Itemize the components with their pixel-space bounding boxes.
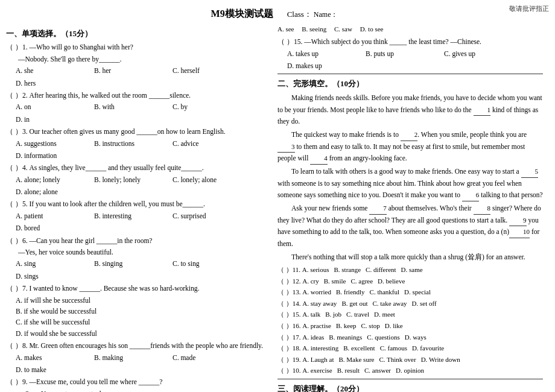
opt-f16b: B. keep xyxy=(336,322,357,329)
blank-6: 6 xyxy=(462,189,480,201)
blank-10: 10 xyxy=(509,226,530,238)
opt-f14b: B. get out xyxy=(341,300,367,307)
opt-f15c: C. travel xyxy=(346,311,369,318)
blank-9: 9 xyxy=(509,215,527,227)
blank-2: 2 xyxy=(401,129,418,141)
fill-para-3: To learn to talk with others is a good w… xyxy=(278,166,543,201)
fill-q19: （ ）19. A. Laugh atB. Make sureC. Think o… xyxy=(278,355,543,365)
opt-4b: B. lonely; lonely xyxy=(94,174,166,185)
blank-1: 1 xyxy=(474,104,491,116)
question-3: （ ）3. Our teacher often gives us many go… xyxy=(6,126,271,161)
fill-mcq-block: （ ）11. A. seriousB. strangeC. differentD… xyxy=(278,265,543,376)
opt-1b: B. her xyxy=(94,65,166,76)
opt-f17d: D. ways xyxy=(405,334,427,341)
opt-f18d: D. favourite xyxy=(412,344,444,352)
opt-1d: D. hers xyxy=(16,78,88,89)
section-divider-1 xyxy=(278,74,543,74)
fill-blank-section: Making friends needs skills. Before you … xyxy=(278,92,543,263)
opt-14c: C. saw xyxy=(334,25,352,33)
opt-f14c: C. take away xyxy=(372,300,407,307)
opt-5b: B. interesting xyxy=(94,210,166,221)
opt-f19b: B. Make sure xyxy=(338,356,374,363)
opt-7d: D. if would she be successful xyxy=(16,328,271,339)
fill-q12: （ ）12. A. cryB. smileC. agreeD. believe xyxy=(278,276,543,287)
question-9: （ ）9. —Excuse me, could you tell me wher… xyxy=(6,376,271,392)
question-7: （ ）7. I wanted to know ______. Because s… xyxy=(6,283,271,339)
right-column: A. see B. seeing C. saw D. to see （ ）15.… xyxy=(278,24,543,392)
opt-8b: B. making xyxy=(94,352,166,363)
opt-4a: A. alone; lonely xyxy=(16,174,88,185)
opt-7b: B. if she would be successful xyxy=(16,306,271,317)
opt-2a: A. on xyxy=(16,101,88,112)
opt-15c: C. gives up xyxy=(444,48,516,59)
opt-f15b: B. job xyxy=(325,311,341,318)
opt-f18b: B. excellent xyxy=(343,344,375,352)
opt-f17b: B. meanings xyxy=(329,334,362,341)
q14-options: A. see B. seeing C. saw D. to see xyxy=(278,24,543,35)
opt-f12c: C. agree xyxy=(350,277,373,285)
opt-6a: A. sing xyxy=(16,258,88,269)
opt-15d: D. makes up xyxy=(287,60,360,71)
opt-f20c: C. answer xyxy=(364,367,391,374)
opt-6b: B. singing xyxy=(94,258,166,269)
question-5: （ ）5. If you want to look after the chil… xyxy=(6,198,271,233)
question-2: （ ）2. After hearing this, he walked out … xyxy=(6,90,271,125)
opt-f11d: D. same xyxy=(401,266,423,273)
fill-q16: （ ）16. A. practiseB. keepC. stopD. like xyxy=(278,321,543,332)
opt-f14d: D. set off xyxy=(412,300,437,307)
opt-f11a: A. serious xyxy=(302,266,329,273)
top-right-label: 敬请批评指正 xyxy=(509,4,549,14)
left-column: 一、单项选择。（15分） （ ）1. —Who will go to Shang… xyxy=(6,24,271,392)
section3-title: 三、阅读理解。（20分） xyxy=(278,383,543,392)
opt-1c: C. herself xyxy=(173,65,245,76)
opt-5d: D. bored xyxy=(16,223,88,233)
opt-2d: D. in xyxy=(16,114,88,125)
fill-q13: （ ）13. A. worriedB. friendlyC. thankfulD… xyxy=(278,287,543,298)
opt-f12d: D. believe xyxy=(378,277,405,285)
opt-f12b: B. smile xyxy=(324,277,346,285)
opt-7a: A. if will she be successful xyxy=(16,295,271,306)
blank-3: 3 xyxy=(278,141,295,153)
opt-f11c: C. different xyxy=(366,266,396,273)
opt-f13c: C. thankful xyxy=(370,288,400,296)
blank-7: 7 xyxy=(369,203,387,215)
fill-para-1: Making friends needs skills. Before you … xyxy=(278,92,543,128)
opt-f13a: A. worried xyxy=(302,288,331,296)
fill-para-4: Ask your new friends some 7 about themse… xyxy=(278,203,543,250)
opt-f13b: B. friendly xyxy=(336,288,365,296)
opt-8c: C. made xyxy=(173,352,245,363)
opt-15b: B. puts up xyxy=(366,48,438,59)
opt-5c: C. surprised xyxy=(173,210,245,221)
opt-14b: B. seeing xyxy=(302,25,326,33)
section-divider-2 xyxy=(278,379,543,379)
question-1: （ ）1. —Who will go to Shanghai with her?… xyxy=(6,42,271,89)
blank-5: 5 xyxy=(521,166,539,178)
question-6: （ ）6. —Can you hear the girl ______in th… xyxy=(6,235,271,282)
opt-14a: A. see xyxy=(278,25,294,33)
page-title: M9模块测试题 xyxy=(211,8,273,19)
opt-14d: D. to see xyxy=(360,25,384,33)
opt-3c: C. advice xyxy=(173,138,245,149)
opt-3d: D. information xyxy=(16,150,88,161)
opt-f15d: D. meet xyxy=(374,311,395,318)
blank-4: 4 xyxy=(310,153,328,165)
opt-7c: C. if she will be successful xyxy=(16,317,271,327)
opt-4d: D. alone; alone xyxy=(16,186,88,197)
opt-6c: C. to sing xyxy=(173,258,245,269)
opt-5a: A. patient xyxy=(16,210,88,221)
blank-8: 8 xyxy=(474,203,491,215)
opt-15a: A. takes up xyxy=(287,48,360,59)
opt-f20a: A. exercise xyxy=(302,367,332,374)
opt-f20b: B. result xyxy=(337,367,360,374)
opt-8a: A. makes xyxy=(16,352,88,363)
opt-f20d: D. opinion xyxy=(396,367,424,374)
question-15: （ ）15. —Which subject do you think _____… xyxy=(278,36,543,71)
opt-f16a: A. practise xyxy=(302,322,331,329)
opt-f19a: A. Laugh at xyxy=(302,356,334,363)
page-header: M9模块测试题 Class： Name： xyxy=(6,6,543,22)
opt-f18c: C. famous xyxy=(380,344,407,352)
fill-q11: （ ）11. A. seriousB. strangeC. differentD… xyxy=(278,265,543,276)
opt-f17a: A. ideas xyxy=(302,334,324,341)
opt-f18a: A. interesting xyxy=(302,344,338,352)
opt-f19c: C. Think over xyxy=(379,356,416,363)
